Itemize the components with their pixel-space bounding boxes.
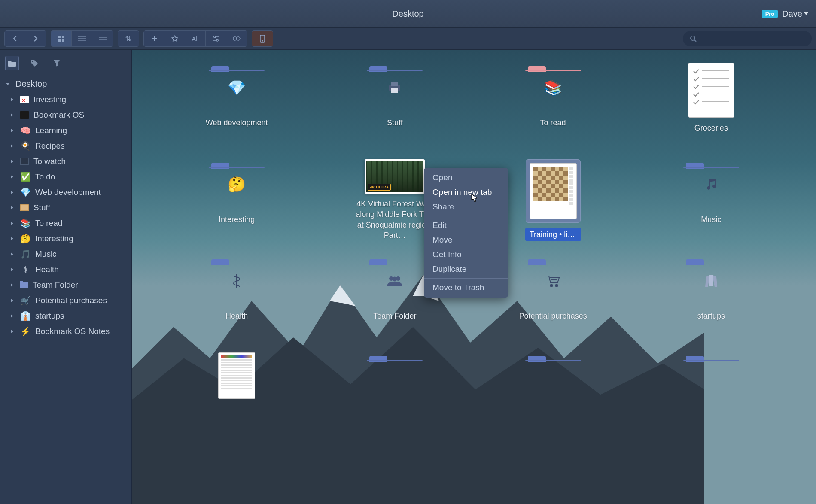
context-menu: OpenOpen in new tabShareEditMoveGet Info… [424, 168, 508, 298]
grid-item[interactable] [316, 352, 474, 449]
context-menu-item[interactable]: Duplicate [424, 262, 508, 276]
tree-item-label: Investing [33, 95, 66, 104]
svg-point-28 [393, 277, 397, 282]
svg-rect-0 [58, 36, 61, 38]
tree-item[interactable]: 📚To read [3, 216, 129, 231]
context-menu-separator [424, 216, 508, 216]
svg-point-14 [216, 39, 218, 41]
context-menu-item[interactable]: Share [424, 200, 508, 214]
tree-item-label: To read [35, 219, 62, 228]
page-title: Desktop [392, 9, 423, 19]
tree-item[interactable]: Stuff [3, 200, 129, 216]
context-menu-item[interactable]: Edit [424, 218, 508, 233]
tree-item[interactable]: 🧠Learning [3, 123, 129, 138]
context-menu-item[interactable]: Open in new tab [424, 185, 508, 200]
search-icon [690, 35, 697, 42]
tree-item-label: To do [35, 172, 55, 182]
tree-item[interactable]: 👔startups [3, 308, 129, 324]
tree-item[interactable]: ⚕Health [3, 262, 129, 277]
grid-item[interactable] [632, 352, 790, 449]
tree-item-label: Learning [35, 126, 67, 135]
tree-item-label: Bookmark OS [33, 110, 84, 120]
grid-item-label: Interesting [219, 214, 255, 225]
grid-item[interactable]: startups [632, 256, 790, 352]
preferences-button[interactable] [226, 31, 247, 46]
tree-root[interactable]: Desktop [3, 76, 129, 92]
view-list-button[interactable] [72, 31, 92, 46]
tree-item[interactable]: 🍳Recipes [3, 138, 129, 154]
grid-item[interactable]: Health [158, 256, 316, 352]
grid-item-label: Team Folder [373, 311, 416, 321]
tree-item-label: Potential purchases [35, 296, 107, 305]
grid-item[interactable]: 📚To read [474, 63, 632, 159]
filter-all-button[interactable]: All [185, 31, 206, 46]
tree-item[interactable]: Team Folder [3, 277, 129, 293]
tree-item[interactable]: ⚡Bookmark OS Notes [3, 324, 129, 339]
tree-item[interactable]: To watch [3, 154, 129, 169]
grid-item-label: Web development [206, 118, 268, 128]
context-menu-item[interactable]: Move [424, 233, 508, 247]
grid-item-label: Music [701, 214, 721, 225]
context-menu-item[interactable]: Move to Trash [424, 280, 508, 295]
favorite-button[interactable] [164, 31, 185, 46]
view-grid-button[interactable] [51, 31, 72, 46]
tree-item-label: Bookmark OS Notes [35, 327, 110, 336]
tree-root-label: Desktop [15, 79, 47, 89]
tree-item-label: Music [35, 249, 57, 259]
grid-item[interactable]: 💎Web development [158, 63, 316, 159]
sidebar-tab-tags[interactable] [27, 56, 41, 70]
svg-point-15 [233, 37, 237, 40]
settings-sliders-button[interactable] [206, 31, 226, 46]
tree-item[interactable]: Investing [3, 92, 129, 107]
svg-point-12 [214, 36, 216, 38]
grid-item[interactable]: Music [632, 159, 790, 256]
tree-item[interactable]: 💎Web development [3, 185, 129, 200]
svg-rect-3 [62, 39, 64, 42]
tree-item[interactable]: 🛒Potential purchases [3, 293, 129, 308]
context-menu-separator [424, 278, 508, 279]
chevron-down-icon [804, 12, 808, 15]
tree-item-label: startups [35, 311, 64, 321]
grid-item[interactable] [474, 352, 632, 449]
add-button[interactable] [144, 31, 164, 46]
grid-item[interactable] [158, 352, 316, 449]
nav-forward-button[interactable] [25, 31, 46, 46]
tree-item-label: Recipes [35, 141, 65, 151]
nav-back-button[interactable] [5, 31, 25, 46]
svg-rect-1 [62, 36, 64, 38]
grid-item[interactable]: 🤔Interesting [158, 159, 316, 256]
tree-item-label: Web development [35, 188, 101, 197]
grid-item[interactable]: Stuff [316, 63, 474, 159]
svg-point-21 [32, 61, 33, 62]
grid-item[interactable]: Groceries [632, 63, 790, 159]
tree-item[interactable]: Bookmark OS [3, 107, 129, 123]
sort-button[interactable] [118, 31, 139, 46]
search-input[interactable] [683, 31, 812, 46]
svg-rect-2 [58, 39, 61, 42]
tree-item-label: Team Folder [33, 280, 78, 290]
main-area[interactable]: 💎Web developmentStuff📚To readGroceries🤔I… [132, 50, 816, 504]
user-menu[interactable]: Dave [782, 9, 808, 19]
tree-item-label: Health [35, 265, 59, 274]
grid-item-label: To read [540, 118, 566, 128]
tree-item[interactable]: ✅To do [3, 169, 129, 185]
context-menu-item[interactable]: Open [424, 170, 508, 185]
grid-item-label: Health [225, 311, 248, 321]
svg-rect-33 [709, 275, 713, 286]
grid-item-label: Stuff [387, 118, 403, 128]
svg-point-29 [550, 285, 552, 287]
tree-item[interactable]: 🎵Music [3, 246, 129, 262]
svg-point-18 [262, 40, 263, 41]
toolbar: All [0, 27, 816, 50]
svg-rect-24 [391, 88, 398, 93]
device-button[interactable] [252, 31, 273, 46]
sidebar-tab-filter[interactable] [50, 56, 64, 70]
tree-item-label: Interesting [35, 234, 73, 243]
view-compact-button[interactable] [92, 31, 113, 46]
pro-badge[interactable]: Pro [762, 10, 778, 18]
sidebar-tab-folders[interactable] [5, 56, 19, 70]
titlebar: Desktop Pro Dave [0, 0, 816, 27]
tree-item[interactable]: 🤔Interesting [3, 231, 129, 246]
context-menu-item[interactable]: Get Info [424, 247, 508, 262]
tree-item-label: To watch [33, 157, 66, 166]
